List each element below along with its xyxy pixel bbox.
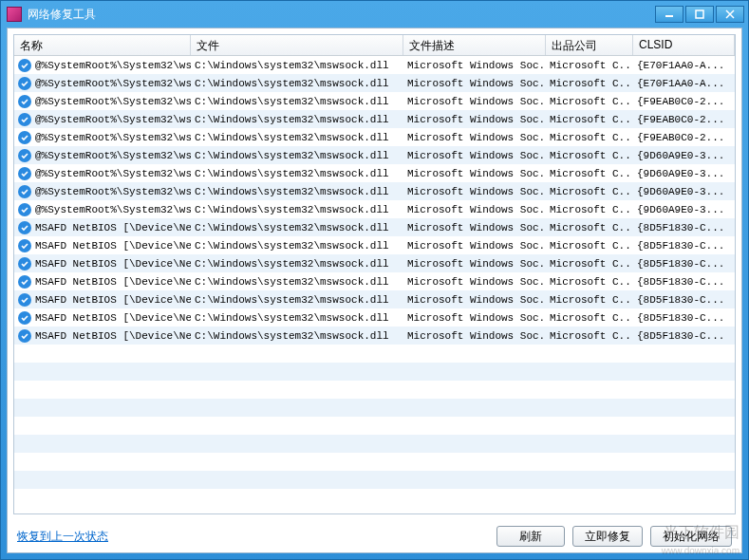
app-icon [7,7,22,22]
table-row[interactable]: MSAFD NetBIOS [\Device\Ne...C:\Windows\s… [14,290,735,308]
column-header-clsid[interactable]: CLSID [633,35,735,55]
column-header-desc[interactable]: 文件描述 [403,35,546,55]
cell-clsid: {F9EAB0C0-2... [633,114,735,125]
table-row[interactable]: @%SystemRoot%\System32\ws...C:\Windows\s… [14,182,735,200]
cell-company: Microsoft C... [546,96,633,107]
table-row[interactable]: @%SystemRoot%\System32\ws...C:\Windows\s… [14,164,735,182]
cell-company: Microsoft C... [546,240,633,252]
titlebar[interactable]: 网络修复工具 [1,1,748,28]
cell-file: C:\Windows\system32\mswsock.dll [191,150,403,161]
refresh-button[interactable]: 刷新 [496,526,565,547]
cell-file: C:\Windows\system32\mswsock.dll [191,330,403,342]
list-body[interactable]: @%SystemRoot%\System32\ws...C:\Windows\s… [14,56,735,513]
cell-clsid: {E70F1AA0-A... [633,78,735,89]
cell-company: Microsoft C... [546,294,633,306]
cell-file: C:\Windows\system32\mswsock.dll [191,186,403,197]
cell-file: C:\Windows\system32\mswsock.dll [191,294,403,306]
table-row[interactable]: @%SystemRoot%\System32\ws...C:\Windows\s… [14,110,735,128]
cell-name: MSAFD NetBIOS [\Device\Ne... [14,221,191,234]
cell-file: C:\Windows\system32\mswsock.dll [191,240,403,252]
client-area: 名称 文件 文件描述 出品公司 CLSID @%SystemRoot%\Syst… [7,28,742,553]
cell-desc: Microsoft Windows Soc... [403,240,546,252]
cell-file: C:\Windows\system32\mswsock.dll [191,78,403,89]
row-name-text: @%SystemRoot%\System32\ws... [35,186,191,197]
cell-desc: Microsoft Windows Soc... [403,78,546,89]
cell-desc: Microsoft Windows Soc... [403,294,546,306]
cell-desc: Microsoft Windows Soc... [403,168,546,179]
cell-desc: Microsoft Windows Soc... [403,204,546,215]
cell-file: C:\Windows\system32\mswsock.dll [191,132,403,143]
column-header-file[interactable]: 文件 [191,35,403,55]
table-row[interactable]: MSAFD NetBIOS [\Device\Ne...C:\Windows\s… [14,236,735,254]
check-icon [18,95,31,108]
cell-desc: Microsoft Windows Soc... [403,330,546,342]
check-icon [18,59,31,72]
row-name-text: MSAFD NetBIOS [\Device\Ne... [35,276,191,288]
cell-file: C:\Windows\system32\mswsock.dll [191,222,403,233]
cell-company: Microsoft C... [546,78,633,89]
cell-company: Microsoft C... [546,258,633,270]
table-row[interactable]: MSAFD NetBIOS [\Device\Ne...C:\Windows\s… [14,308,735,327]
app-window: 网络修复工具 名称 文件 文件描述 出品公司 CLSID @%SystemRoo… [0,0,749,560]
check-icon [18,149,31,162]
row-name-text: @%SystemRoot%\System32\ws... [35,78,191,89]
check-icon [18,239,31,252]
cell-clsid: {8D5F1830-C... [633,222,735,233]
init-network-button[interactable]: 初始化网络 [650,526,732,547]
maximize-button[interactable] [685,6,714,23]
cell-company: Microsoft C... [546,114,633,125]
repair-now-button[interactable]: 立即修复 [572,526,643,547]
column-header-company[interactable]: 出品公司 [546,35,633,55]
cell-name: MSAFD NetBIOS [\Device\Ne... [14,257,191,271]
cell-desc: Microsoft Windows Soc... [403,258,546,270]
table-row-empty [14,417,735,435]
footer-bar: 恢复到上一次状态 刷新 立即修复 初始化网络 [8,520,741,552]
check-icon [18,221,31,234]
cell-clsid: {8D5F1830-C... [633,276,735,288]
cell-name: MSAFD NetBIOS [\Device\Ne... [14,311,191,325]
cell-name: @%SystemRoot%\System32\ws... [14,167,191,180]
check-icon [18,203,31,216]
table-row[interactable]: MSAFD NetBIOS [\Device\Ne...C:\Windows\s… [14,218,735,236]
table-row[interactable]: @%SystemRoot%\System32\ws...C:\Windows\s… [14,200,735,218]
cell-file: C:\Windows\system32\mswsock.dll [191,312,403,324]
cell-file: C:\Windows\system32\mswsock.dll [191,96,403,107]
table-row[interactable]: @%SystemRoot%\System32\ws...C:\Windows\s… [14,146,735,164]
cell-clsid: {E70F1AA0-A... [633,60,735,71]
cell-company: Microsoft C... [546,132,633,143]
table-row[interactable]: MSAFD NetBIOS [\Device\Ne...C:\Windows\s… [14,254,735,272]
restore-link[interactable]: 恢复到上一次状态 [17,529,108,545]
cell-name: @%SystemRoot%\System32\ws... [14,149,191,162]
minimize-button[interactable] [655,6,683,23]
table-row[interactable]: @%SystemRoot%\System32\ws...C:\Windows\s… [14,74,735,92]
check-icon [18,185,31,198]
cell-desc: Microsoft Windows Soc... [403,132,546,143]
table-row[interactable]: @%SystemRoot%\System32\ws...C:\Windows\s… [14,92,735,110]
cell-company: Microsoft C... [546,330,633,342]
table-row[interactable]: MSAFD NetBIOS [\Device\Ne...C:\Windows\s… [14,327,735,345]
cell-clsid: {8D5F1830-C... [633,312,735,324]
check-icon [18,329,31,343]
cell-file: C:\Windows\system32\mswsock.dll [191,168,403,179]
check-icon [18,77,31,90]
row-name-text: MSAFD NetBIOS [\Device\Ne... [35,222,191,233]
cell-desc: Microsoft Windows Soc... [403,114,546,125]
table-row[interactable]: MSAFD NetBIOS [\Device\Ne...C:\Windows\s… [14,272,735,290]
cell-desc: Microsoft Windows Soc... [403,60,546,71]
cell-clsid: {8D5F1830-C... [633,330,735,342]
cell-desc: Microsoft Windows Soc... [403,222,546,233]
table-row-empty [14,435,735,453]
cell-company: Microsoft C... [546,276,633,288]
table-row-empty [14,399,735,417]
table-row[interactable]: @%SystemRoot%\System32\ws...C:\Windows\s… [14,128,735,146]
cell-file: C:\Windows\system32\mswsock.dll [191,258,403,270]
check-icon [18,275,31,289]
check-icon [18,113,31,126]
cell-company: Microsoft C... [546,222,633,233]
table-row[interactable]: @%SystemRoot%\System32\ws...C:\Windows\s… [14,56,735,74]
cell-name: @%SystemRoot%\System32\ws... [14,131,191,144]
column-header-name[interactable]: 名称 [14,35,191,55]
cell-desc: Microsoft Windows Soc... [403,150,546,161]
close-button[interactable] [716,6,744,23]
listview[interactable]: 名称 文件 文件描述 出品公司 CLSID @%SystemRoot%\Syst… [13,34,736,514]
